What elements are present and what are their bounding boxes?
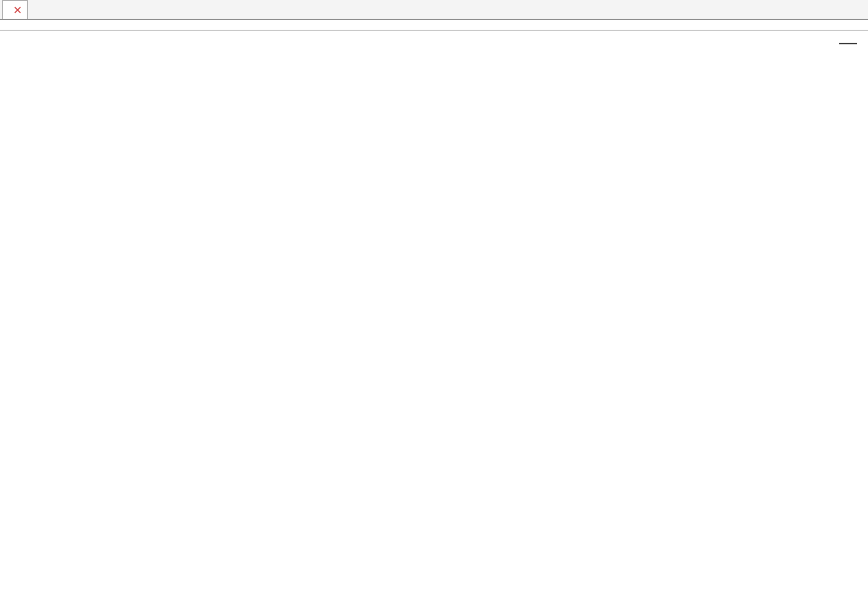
file-tab[interactable]: ✕ [2, 0, 28, 19]
editor-tabbar: ✕ [0, 0, 868, 20]
notepad-title-bar[interactable]: — [0, 30, 868, 52]
minimize-icon[interactable]: — [834, 35, 862, 49]
notepad-text-area[interactable] [0, 52, 868, 74]
close-icon[interactable]: ✕ [11, 4, 23, 16]
